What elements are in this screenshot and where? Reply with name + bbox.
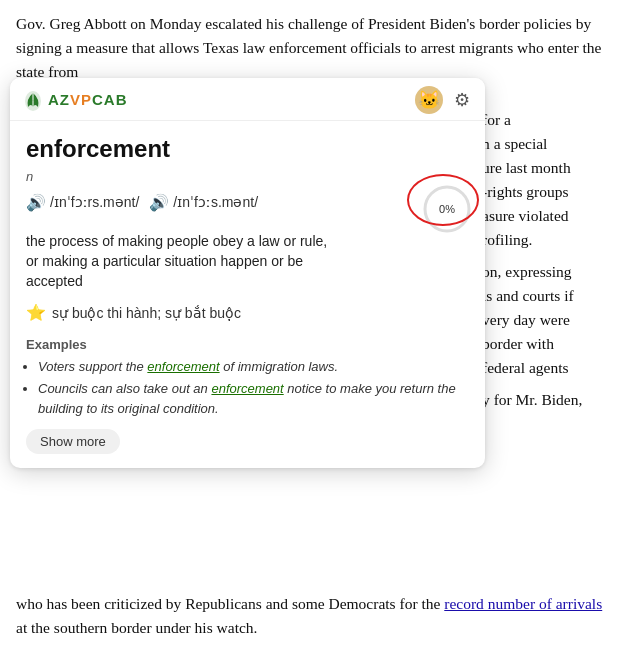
article-right-border: border with: [482, 332, 622, 356]
article-bottom-link[interactable]: record number of arrivals: [444, 595, 602, 612]
article-right-for-a: for a: [482, 108, 622, 132]
example-link-1[interactable]: enforcement: [147, 359, 219, 374]
star-icon: ⭐: [26, 301, 46, 325]
dict-examples-list: Voters support the enforcement of immigr…: [10, 357, 485, 419]
article-right-everyday: very day were: [482, 308, 622, 332]
phonetic-1: 🔊 /ɪnˈfɔːrs.mənt/: [26, 191, 139, 215]
article-bottom: who has been criticized by Republicans a…: [0, 582, 632, 658]
dictionary-popup: AZVpCAB 🐱 ⚙ enforcement n 🔊 /ɪnˈfɔːrs.mə…: [10, 78, 485, 468]
gear-icon[interactable]: ⚙: [451, 89, 473, 111]
article-right-biden: y for Mr. Biden,: [482, 388, 622, 412]
article-top: Gov. Greg Abbott on Monday escalated his…: [0, 0, 632, 84]
article-right-federal: federal agents: [482, 356, 622, 380]
dict-header: AZVpCAB 🐱 ⚙: [10, 78, 485, 121]
logo-leaf-icon: [22, 89, 44, 111]
show-more-button[interactable]: Show more: [26, 429, 120, 454]
dict-logo: AZVpCAB: [22, 89, 128, 112]
article-right-special: n a special: [482, 132, 622, 156]
example-2: Councils can also take out an enforcemen…: [38, 379, 469, 418]
avatar[interactable]: 🐱: [415, 86, 443, 114]
dict-translation: ⭐ sự buộc thi hành; sự bắt buộc: [10, 295, 485, 329]
dict-examples-label: Examples: [10, 329, 485, 357]
dict-word: enforcement: [26, 131, 469, 167]
progress-circle: 0%: [420, 182, 474, 236]
example-link-2[interactable]: enforcement: [211, 381, 283, 396]
article-right-rights: -rights groups: [482, 180, 622, 204]
article-right-last-month: ure last month: [482, 156, 622, 180]
logo-text: AZVpCAB: [48, 89, 128, 112]
dict-phonetics: 🔊 /ɪnˈfɔːrs.mənt/ 🔊 /ɪnˈfɔːs.mənt/: [26, 191, 469, 215]
dict-pos: n: [26, 167, 469, 187]
phonetic-text-1: /ɪnˈfɔːrs.mənt/: [50, 192, 139, 213]
phonetic-2: 🔊 /ɪnˈfɔːs.mənt/: [149, 191, 258, 215]
phonetic-text-2: /ɪnˈfɔːs.mənt/: [173, 192, 258, 213]
dict-header-right: 🐱 ⚙: [415, 86, 473, 114]
article-bottom-text1: who has been criticized by Republicans a…: [16, 595, 440, 612]
article-right-side: for a n a special ure last month -rights…: [482, 108, 622, 412]
article-right-profiling: rofiling.: [482, 228, 622, 252]
article-right-expressing: on, expressing: [482, 260, 622, 284]
speaker-icon-2[interactable]: 🔊: [149, 191, 169, 215]
dict-word-section: enforcement n 🔊 /ɪnˈfɔːrs.mənt/ 🔊 /ɪnˈfɔ…: [10, 121, 485, 225]
dict-definition: the process of making people obey a law …: [10, 225, 350, 296]
article-top-text: Gov. Greg Abbott on Monday escalated his…: [16, 15, 601, 80]
example-1: Voters support the enforcement of immigr…: [38, 357, 469, 377]
article-right-courts: ls and courts if: [482, 284, 622, 308]
dict-translation-text: sự buộc thi hành; sự bắt buộc: [52, 303, 241, 324]
speaker-icon-1[interactable]: 🔊: [26, 191, 46, 215]
progress-text: 0%: [439, 201, 455, 218]
article-right-violated: asure violated: [482, 204, 622, 228]
